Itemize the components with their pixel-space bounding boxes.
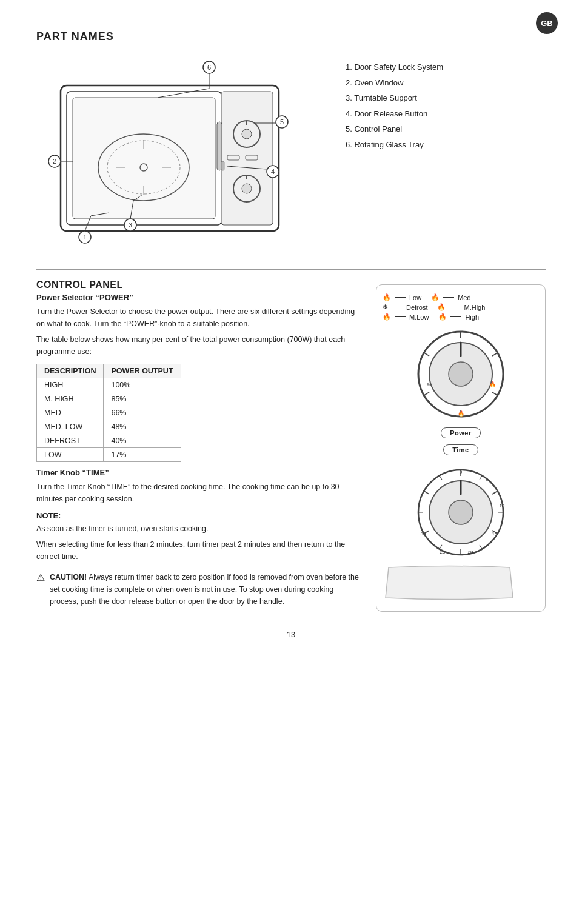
- output-med-low: 48%: [104, 420, 181, 434]
- part-number-1: 1.: [346, 62, 352, 72]
- col-description: DESCRIPTION: [37, 364, 104, 378]
- svg-text:5: 5: [280, 118, 284, 126]
- legend-label-defrost: Defrost: [406, 304, 427, 311]
- svg-line-77: [424, 491, 429, 494]
- legend-icon-high: 🔥: [438, 313, 447, 321]
- desc-defrost: DEFROST: [37, 434, 104, 448]
- power-knob-label: Power: [441, 427, 481, 438]
- svg-point-12: [242, 129, 252, 139]
- table-row: DEFROST 40%: [37, 434, 181, 448]
- main-layout: CONTROL PANEL Power Selector “POWER” Tur…: [36, 280, 546, 612]
- table-row: M. HIGH 85%: [37, 392, 181, 406]
- part-number-5: 5.: [346, 124, 352, 133]
- legend-icon-low: 🔥: [383, 293, 391, 301]
- col-power-output: POWER OUTPUT: [104, 364, 181, 378]
- table-row: HIGH 100%: [37, 378, 181, 392]
- legend-icon-med: 🔥: [431, 293, 440, 301]
- svg-text:25: 25: [440, 549, 446, 555]
- time-knob-label: Time: [443, 444, 478, 455]
- svg-text:1: 1: [83, 233, 87, 241]
- legend-label-mhigh: M.High: [464, 304, 485, 311]
- legend-row-1: 🔥 Low 🔥 Med: [383, 293, 539, 301]
- svg-text:5: 5: [486, 477, 489, 482]
- svg-line-68: [480, 475, 482, 480]
- power-table: DESCRIPTION POWER OUTPUT HIGH 100% M. HI…: [36, 364, 181, 462]
- svg-text:2: 2: [53, 158, 56, 165]
- svg-text:10: 10: [500, 503, 505, 509]
- part-item-4: 4. Door Release Button: [346, 108, 546, 120]
- legend-dash-low: [395, 297, 406, 298]
- microwave-diagram: 1 2 3 4 5: [36, 55, 327, 251]
- legend-dash-med: [443, 297, 454, 298]
- power-knob-container: 🔥 ❄ 🔥 Power: [383, 326, 539, 438]
- timer-title: Timer Knob “TIME”: [36, 468, 364, 477]
- part-name-6: Rotating Glass Tray: [354, 140, 423, 149]
- caution-block: ⚠ CAUTION! Always return timer back to z…: [36, 571, 364, 608]
- bottom-panel-svg: [383, 564, 516, 601]
- section-divider: [36, 269, 546, 270]
- svg-line-51: [424, 353, 429, 356]
- part-number-6: 6.: [346, 140, 352, 149]
- legend-dash-mhigh: [449, 307, 460, 307]
- part-item-3: 3. Turntable Support: [346, 92, 546, 104]
- desc-high: HIGH: [37, 378, 104, 392]
- svg-point-44: [449, 362, 473, 386]
- svg-text:6: 6: [207, 64, 211, 71]
- svg-text:4: 4: [271, 168, 275, 175]
- svg-text:20: 20: [468, 549, 473, 555]
- svg-line-72: [480, 545, 482, 549]
- svg-line-69: [492, 491, 498, 494]
- output-defrost: 40%: [104, 434, 181, 448]
- part-number-2: 2.: [346, 78, 352, 87]
- svg-point-15: [242, 184, 252, 193]
- caution-icon: ⚠: [36, 572, 45, 583]
- desc-med: MED: [37, 406, 104, 420]
- legend-dash-high: [450, 316, 461, 317]
- svg-text:🔥: 🔥: [489, 381, 497, 388]
- part-names-title: PART NAMES: [36, 30, 546, 43]
- svg-text:30: 30: [421, 531, 426, 537]
- caution-text: CAUTION! Always return timer back to zer…: [50, 571, 364, 608]
- part-number-4: 4.: [346, 109, 352, 118]
- svg-line-41: [158, 89, 209, 98]
- svg-text:❄: ❄: [427, 381, 432, 387]
- timer-section: Timer Knob “TIME” Turn the Timer Knob “T…: [36, 468, 364, 608]
- timer-desc1: Turn the Timer Knob “TIME” to the desire…: [36, 481, 364, 505]
- time-knob-container: Time 0 5 10 1: [383, 444, 539, 561]
- svg-text:...: ...: [416, 503, 421, 509]
- microwave-svg: 1 2 3 4 5: [36, 55, 327, 249]
- legend-row-2: ❄ Defrost 🔥 M.High: [383, 303, 539, 311]
- svg-rect-20: [221, 161, 224, 170]
- output-high: 100%: [104, 378, 181, 392]
- output-m-high: 85%: [104, 392, 181, 406]
- part-item-5: 5. Control Panel: [346, 123, 546, 135]
- output-low: 17%: [104, 448, 181, 462]
- control-diagram-box: 🔥 Low 🔥 Med ❄ Defrost 🔥 M.High: [376, 284, 546, 612]
- desc-m-high: M. HIGH: [37, 392, 104, 406]
- part-name-4: Door Release Button: [354, 109, 427, 118]
- caution-description: Always return timer back to zero positio…: [50, 573, 359, 606]
- legend-label-med: Med: [458, 294, 470, 301]
- part-item-2: 2. Oven Window: [346, 77, 546, 89]
- svg-rect-10: [221, 92, 273, 225]
- output-med: 66%: [104, 406, 181, 420]
- power-selector-desc1: Turn the Power Selector to choose the po…: [36, 306, 364, 330]
- svg-line-48: [492, 392, 498, 395]
- svg-line-74: [440, 545, 442, 549]
- desc-med-low: MED. LOW: [37, 420, 104, 434]
- legend-label-mlow: M.Low: [409, 313, 429, 321]
- legend-dash-defrost: [392, 307, 403, 307]
- legend-icon-defrost: ❄: [383, 303, 388, 311]
- right-content: 🔥 Low 🔥 Med ❄ Defrost 🔥 M.High: [376, 280, 546, 612]
- part-item-1: 1. Door Safety Lock System: [346, 61, 546, 73]
- svg-point-57: [449, 500, 473, 524]
- svg-line-78: [440, 475, 442, 480]
- left-content: CONTROL PANEL Power Selector “POWER” Tur…: [36, 280, 364, 612]
- table-row: MED. LOW 48%: [37, 420, 181, 434]
- table-row: LOW 17%: [37, 448, 181, 462]
- legend-row-3: 🔥 M.Low 🔥 High: [383, 313, 539, 321]
- power-legend: 🔥 Low 🔥 Med ❄ Defrost 🔥 M.High: [383, 293, 539, 321]
- svg-text:3: 3: [129, 221, 132, 229]
- power-selector-desc2: The table below shows how many per cent …: [36, 333, 364, 358]
- page: GB PART NAMES: [0, 0, 582, 924]
